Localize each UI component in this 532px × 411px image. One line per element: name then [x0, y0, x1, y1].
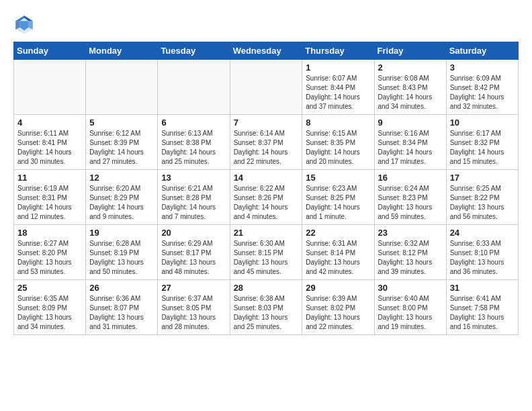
calendar-cell: 31Sunrise: 6:41 AM Sunset: 7:58 PM Dayli… [446, 280, 518, 335]
day-number: 21 [234, 228, 299, 238]
day-info: Sunrise: 6:33 AM Sunset: 8:10 PM Dayligh… [450, 239, 515, 277]
calendar-cell: 28Sunrise: 6:38 AM Sunset: 8:03 PM Dayli… [230, 280, 302, 335]
calendar-cell: 25Sunrise: 6:35 AM Sunset: 8:09 PM Dayli… [14, 280, 86, 335]
calendar-cell: 29Sunrise: 6:39 AM Sunset: 8:02 PM Dayli… [302, 280, 374, 335]
calendar-cell: 7Sunrise: 6:14 AM Sunset: 8:37 PM Daylig… [230, 115, 302, 170]
day-number: 10 [450, 118, 515, 128]
calendar-cell: 4Sunrise: 6:11 AM Sunset: 8:41 PM Daylig… [14, 115, 86, 170]
calendar-cell: 20Sunrise: 6:29 AM Sunset: 8:17 PM Dayli… [158, 225, 230, 280]
calendar-week-2: 4Sunrise: 6:11 AM Sunset: 8:41 PM Daylig… [14, 115, 519, 170]
day-info: Sunrise: 6:41 AM Sunset: 7:58 PM Dayligh… [450, 294, 515, 332]
calendar-cell: 9Sunrise: 6:16 AM Sunset: 8:34 PM Daylig… [374, 115, 446, 170]
calendar-cell: 5Sunrise: 6:12 AM Sunset: 8:39 PM Daylig… [86, 115, 158, 170]
day-info: Sunrise: 6:32 AM Sunset: 8:12 PM Dayligh… [378, 239, 443, 277]
day-info: Sunrise: 6:38 AM Sunset: 8:03 PM Dayligh… [234, 294, 299, 332]
day-info: Sunrise: 6:11 AM Sunset: 8:41 PM Dayligh… [17, 129, 82, 167]
day-info: Sunrise: 6:40 AM Sunset: 8:00 PM Dayligh… [378, 294, 443, 332]
calendar-cell: 1Sunrise: 6:07 AM Sunset: 8:44 PM Daylig… [302, 60, 374, 115]
header-friday: Friday [374, 42, 446, 60]
calendar-cell: 30Sunrise: 6:40 AM Sunset: 8:00 PM Dayli… [374, 280, 446, 335]
day-number: 19 [89, 228, 154, 238]
calendar-cell: 6Sunrise: 6:13 AM Sunset: 8:38 PM Daylig… [158, 115, 230, 170]
calendar-cell: 13Sunrise: 6:21 AM Sunset: 8:28 PM Dayli… [158, 170, 230, 225]
day-info: Sunrise: 6:30 AM Sunset: 8:15 PM Dayligh… [234, 239, 299, 277]
calendar-cell: 14Sunrise: 6:22 AM Sunset: 8:26 PM Dayli… [230, 170, 302, 225]
day-number: 5 [89, 118, 154, 128]
day-info: Sunrise: 6:31 AM Sunset: 8:14 PM Dayligh… [306, 239, 370, 277]
day-number: 2 [378, 62, 443, 73]
calendar-cell: 21Sunrise: 6:30 AM Sunset: 8:15 PM Dayli… [230, 225, 302, 280]
calendar-header-row: SundayMondayTuesdayWednesdayThursdayFrid… [14, 42, 519, 60]
header-tuesday: Tuesday [158, 42, 230, 60]
logo [13, 13, 38, 35]
day-number: 13 [161, 173, 226, 183]
day-number: 18 [17, 228, 82, 238]
calendar-cell [14, 60, 86, 115]
calendar-cell: 24Sunrise: 6:33 AM Sunset: 8:10 PM Dayli… [446, 225, 518, 280]
calendar-cell: 26Sunrise: 6:36 AM Sunset: 8:07 PM Dayli… [86, 280, 158, 335]
calendar-cell: 11Sunrise: 6:19 AM Sunset: 8:31 PM Dayli… [14, 170, 86, 225]
day-number: 16 [378, 173, 443, 183]
day-number: 12 [89, 173, 154, 183]
day-number: 15 [306, 173, 370, 183]
day-number: 6 [161, 118, 226, 128]
calendar-cell [230, 60, 302, 115]
page-header [13, 13, 519, 35]
day-number: 23 [378, 228, 443, 238]
header-wednesday: Wednesday [230, 42, 302, 60]
calendar-cell: 8Sunrise: 6:15 AM Sunset: 8:35 PM Daylig… [302, 115, 374, 170]
day-number: 9 [378, 118, 443, 128]
day-info: Sunrise: 6:37 AM Sunset: 8:05 PM Dayligh… [161, 294, 226, 332]
calendar-week-3: 11Sunrise: 6:19 AM Sunset: 8:31 PM Dayli… [14, 170, 519, 225]
calendar-cell [158, 60, 230, 115]
calendar-cell: 3Sunrise: 6:09 AM Sunset: 8:42 PM Daylig… [446, 60, 518, 115]
day-number: 20 [161, 228, 226, 238]
logo-icon [13, 13, 35, 35]
day-info: Sunrise: 6:36 AM Sunset: 8:07 PM Dayligh… [89, 294, 154, 332]
day-number: 11 [17, 173, 82, 183]
day-info: Sunrise: 6:21 AM Sunset: 8:28 PM Dayligh… [161, 184, 226, 222]
calendar-table: SundayMondayTuesdayWednesdayThursdayFrid… [13, 42, 519, 335]
day-info: Sunrise: 6:19 AM Sunset: 8:31 PM Dayligh… [17, 184, 82, 222]
calendar-cell: 12Sunrise: 6:20 AM Sunset: 8:29 PM Dayli… [86, 170, 158, 225]
day-info: Sunrise: 6:15 AM Sunset: 8:35 PM Dayligh… [306, 129, 370, 167]
calendar-cell: 16Sunrise: 6:24 AM Sunset: 8:23 PM Dayli… [374, 170, 446, 225]
header-monday: Monday [86, 42, 158, 60]
day-number: 28 [234, 283, 299, 293]
day-number: 25 [17, 283, 82, 293]
header-thursday: Thursday [302, 42, 374, 60]
day-info: Sunrise: 6:24 AM Sunset: 8:23 PM Dayligh… [378, 184, 443, 222]
day-number: 30 [378, 283, 443, 293]
day-info: Sunrise: 6:29 AM Sunset: 8:17 PM Dayligh… [161, 239, 226, 277]
day-number: 26 [89, 283, 154, 293]
day-info: Sunrise: 6:09 AM Sunset: 8:42 PM Dayligh… [450, 74, 515, 111]
day-info: Sunrise: 6:08 AM Sunset: 8:43 PM Dayligh… [378, 74, 443, 111]
day-info: Sunrise: 6:23 AM Sunset: 8:25 PM Dayligh… [306, 184, 370, 222]
calendar-cell [86, 60, 158, 115]
day-info: Sunrise: 6:27 AM Sunset: 8:20 PM Dayligh… [17, 239, 82, 277]
calendar-cell: 22Sunrise: 6:31 AM Sunset: 8:14 PM Dayli… [302, 225, 374, 280]
day-info: Sunrise: 6:35 AM Sunset: 8:09 PM Dayligh… [17, 294, 82, 332]
day-info: Sunrise: 6:22 AM Sunset: 8:26 PM Dayligh… [234, 184, 299, 222]
calendar-week-4: 18Sunrise: 6:27 AM Sunset: 8:20 PM Dayli… [14, 225, 519, 280]
day-number: 29 [306, 283, 370, 293]
day-number: 3 [450, 62, 515, 73]
day-info: Sunrise: 6:25 AM Sunset: 8:22 PM Dayligh… [450, 184, 515, 222]
day-number: 27 [161, 283, 226, 293]
calendar-cell: 18Sunrise: 6:27 AM Sunset: 8:20 PM Dayli… [14, 225, 86, 280]
day-info: Sunrise: 6:17 AM Sunset: 8:32 PM Dayligh… [450, 129, 515, 167]
day-info: Sunrise: 6:20 AM Sunset: 8:29 PM Dayligh… [89, 184, 154, 222]
header-saturday: Saturday [446, 42, 518, 60]
day-number: 8 [306, 118, 370, 128]
day-number: 22 [306, 228, 370, 238]
day-info: Sunrise: 6:07 AM Sunset: 8:44 PM Dayligh… [306, 74, 370, 111]
calendar-week-5: 25Sunrise: 6:35 AM Sunset: 8:09 PM Dayli… [14, 280, 519, 335]
day-number: 31 [450, 283, 515, 293]
calendar-cell: 27Sunrise: 6:37 AM Sunset: 8:05 PM Dayli… [158, 280, 230, 335]
day-number: 17 [450, 173, 515, 183]
day-number: 14 [234, 173, 299, 183]
calendar-cell: 2Sunrise: 6:08 AM Sunset: 8:43 PM Daylig… [374, 60, 446, 115]
day-info: Sunrise: 6:28 AM Sunset: 8:19 PM Dayligh… [89, 239, 154, 277]
calendar-week-1: 1Sunrise: 6:07 AM Sunset: 8:44 PM Daylig… [14, 60, 519, 115]
calendar-cell: 15Sunrise: 6:23 AM Sunset: 8:25 PM Dayli… [302, 170, 374, 225]
